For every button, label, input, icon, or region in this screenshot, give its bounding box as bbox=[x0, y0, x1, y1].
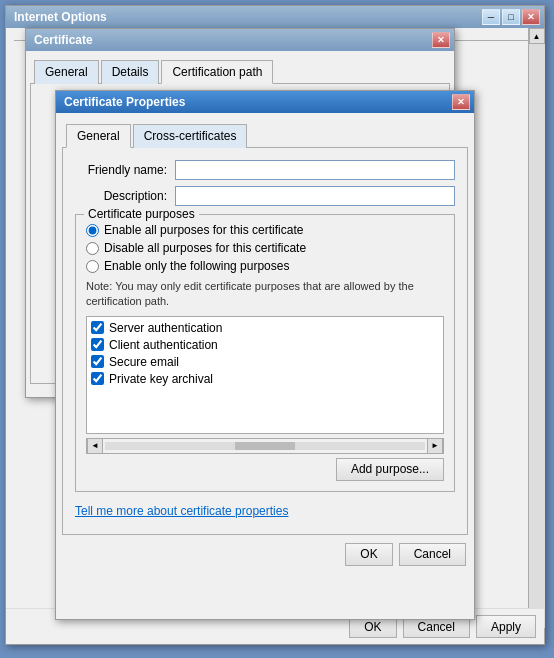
checkbox-server-auth-label: Server authentication bbox=[109, 321, 222, 335]
cert-properties-title: Certificate Properties bbox=[64, 95, 452, 109]
title-bar-controls: ─ □ ✕ bbox=[482, 9, 540, 25]
minimize-button[interactable]: ─ bbox=[482, 9, 500, 25]
checkbox-private-key-label: Private key archival bbox=[109, 372, 213, 386]
checkbox-client-auth[interactable] bbox=[91, 338, 104, 351]
cert-props-button-row: OK Cancel bbox=[56, 535, 474, 574]
friendly-name-row: Friendly name: bbox=[75, 160, 455, 180]
cert-props-content: Friendly name: Description: Certificate … bbox=[62, 148, 468, 535]
scroll-up-arrow[interactable]: ▲ bbox=[529, 28, 545, 44]
radio-disable-all-row: Disable all purposes for this certificat… bbox=[86, 241, 444, 255]
radio-enable-only-label: Enable only the following purposes bbox=[104, 259, 289, 273]
checkbox-client-auth-label: Client authentication bbox=[109, 338, 218, 352]
group-box-legend: Certificate purposes bbox=[84, 207, 199, 221]
description-label: Description: bbox=[75, 189, 175, 203]
checkbox-private-key-row: Private key archival bbox=[91, 372, 439, 386]
link-area: Tell me more about certificate propertie… bbox=[75, 500, 455, 526]
checkbox-secure-email-row: Secure email bbox=[91, 355, 439, 369]
list-spacer bbox=[91, 389, 439, 429]
checkbox-list: Server authentication Client authenticat… bbox=[86, 316, 444, 434]
certificate-tab-bar: General Details Certification path bbox=[30, 55, 450, 84]
friendly-name-label: Friendly name: bbox=[75, 163, 175, 177]
cert-props-cancel-button[interactable]: Cancel bbox=[399, 543, 466, 566]
checkbox-secure-email-label: Secure email bbox=[109, 355, 179, 369]
cert-purposes-group: Certificate purposes Enable all purposes… bbox=[75, 214, 455, 492]
description-input[interactable] bbox=[175, 186, 455, 206]
add-purpose-button[interactable]: Add purpose... bbox=[336, 458, 444, 481]
h-scroll-thumb[interactable] bbox=[235, 442, 295, 450]
maximize-button[interactable]: □ bbox=[502, 9, 520, 25]
add-purpose-area: Add purpose... bbox=[86, 458, 444, 481]
scroll-track bbox=[529, 44, 545, 628]
checkbox-client-auth-row: Client authentication bbox=[91, 338, 439, 352]
certificate-title-bar[interactable]: Certificate ✕ bbox=[26, 29, 454, 51]
internet-options-title-bar[interactable]: Internet Options ─ □ ✕ bbox=[6, 6, 544, 28]
scroll-left-arrow[interactable]: ◄ bbox=[87, 438, 103, 454]
radio-enable-only[interactable] bbox=[86, 260, 99, 273]
cert-props-ok-button[interactable]: OK bbox=[345, 543, 392, 566]
certificate-title: Certificate bbox=[34, 33, 432, 47]
checkbox-server-auth[interactable] bbox=[91, 321, 104, 334]
close-button[interactable]: ✕ bbox=[522, 9, 540, 25]
checkbox-private-key[interactable] bbox=[91, 372, 104, 385]
cert-properties-window: Certificate Properties ✕ General Cross-c… bbox=[55, 90, 475, 620]
scroll-right-arrow[interactable]: ► bbox=[427, 438, 443, 454]
tab-certification-path[interactable]: Certification path bbox=[161, 60, 273, 84]
description-row: Description: bbox=[75, 186, 455, 206]
radio-disable-all[interactable] bbox=[86, 242, 99, 255]
friendly-name-input[interactable] bbox=[175, 160, 455, 180]
scrollbar-right[interactable]: ▲ ▼ bbox=[528, 28, 544, 644]
h-scroll-track bbox=[105, 442, 425, 450]
checkbox-secure-email[interactable] bbox=[91, 355, 104, 368]
tab-cert-general[interactable]: General bbox=[66, 124, 131, 148]
radio-enable-only-row: Enable only the following purposes bbox=[86, 259, 444, 273]
radio-enable-all-label: Enable all purposes for this certificate bbox=[104, 223, 303, 237]
cert-title-controls: ✕ bbox=[432, 32, 450, 48]
internet-options-title: Internet Options bbox=[14, 10, 482, 24]
io-apply-button[interactable]: Apply bbox=[476, 615, 536, 638]
radio-enable-all-row: Enable all purposes for this certificate bbox=[86, 223, 444, 237]
note-text: Note: You may only edit certificate purp… bbox=[86, 279, 444, 310]
tab-cross-certificates[interactable]: Cross-certificates bbox=[133, 124, 248, 148]
cert-props-tab-area: General Cross-certificates Friendly name… bbox=[56, 113, 474, 535]
checkbox-server-auth-row: Server authentication bbox=[91, 321, 439, 335]
radio-enable-all[interactable] bbox=[86, 224, 99, 237]
tab-general[interactable]: General bbox=[34, 60, 99, 84]
radio-disable-all-label: Disable all purposes for this certificat… bbox=[104, 241, 306, 255]
cert-props-controls: ✕ bbox=[452, 94, 470, 110]
h-scroll-bar[interactable]: ◄ ► bbox=[86, 438, 444, 454]
tab-details[interactable]: Details bbox=[101, 60, 160, 84]
cert-properties-title-bar[interactable]: Certificate Properties ✕ bbox=[56, 91, 474, 113]
cert-props-tab-bar: General Cross-certificates bbox=[62, 119, 468, 148]
cert-props-close-button[interactable]: ✕ bbox=[452, 94, 470, 110]
cert-close-button[interactable]: ✕ bbox=[432, 32, 450, 48]
more-info-link[interactable]: Tell me more about certificate propertie… bbox=[75, 504, 288, 518]
